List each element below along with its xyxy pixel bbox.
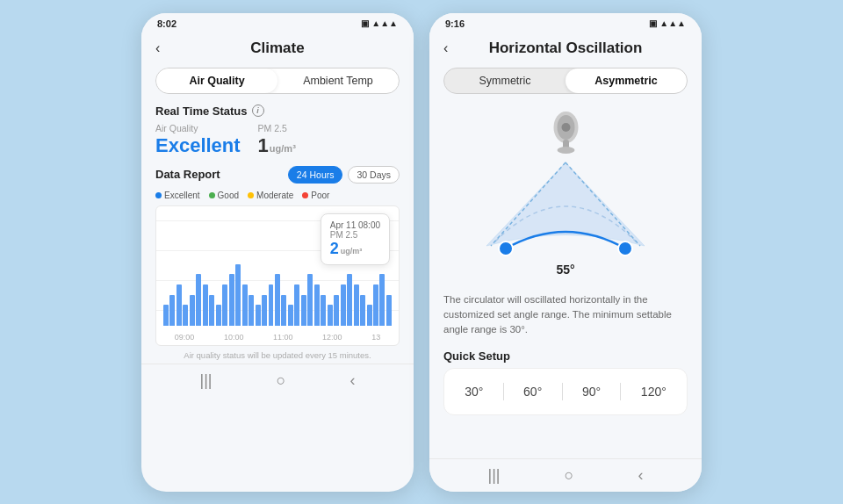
chart-bar bbox=[288, 305, 293, 325]
nav-home-icon-2[interactable]: ○ bbox=[565, 466, 574, 485]
legend-row: Excellent Good Moderate Poor bbox=[141, 187, 414, 204]
legend-poor: Poor bbox=[302, 191, 329, 200]
chart-bar bbox=[256, 305, 261, 325]
nav-back-icon[interactable]: ‹ bbox=[349, 371, 355, 390]
chart-bar bbox=[373, 284, 378, 326]
xaxis-3: 12:00 bbox=[322, 333, 342, 342]
legend-good: Good bbox=[209, 191, 239, 200]
chart-bar bbox=[360, 295, 365, 326]
chart-bar bbox=[242, 284, 248, 326]
nav-home-icon[interactable]: ○ bbox=[277, 371, 286, 390]
chart-bar bbox=[183, 305, 188, 325]
chart-bar bbox=[203, 284, 208, 326]
pm-metric: PM 2.5 1 ug/m³ bbox=[258, 123, 296, 157]
nav-bar-2: ‹ Horizontal Oscillation bbox=[429, 32, 702, 64]
tab-ambient-temp[interactable]: Ambient Temp bbox=[277, 68, 399, 93]
chart-bar bbox=[379, 274, 385, 325]
air-quality-value: Excellent bbox=[155, 134, 241, 157]
page-title-1: Climate bbox=[250, 40, 304, 57]
dot-poor bbox=[302, 192, 308, 198]
nav-menu-icon-2[interactable]: ||| bbox=[488, 466, 501, 485]
back-button-2[interactable]: ‹ bbox=[443, 40, 448, 56]
tooltip-unit: ug/m³ bbox=[341, 247, 363, 256]
phones-container: 8:02 ▣ ▲▲▲ ‹ Climate Air Quality Ambient… bbox=[0, 0, 843, 504]
quick-setup-title: Quick Setup bbox=[429, 344, 702, 368]
xaxis-2: 11:00 bbox=[273, 333, 293, 342]
chart-bar bbox=[334, 295, 339, 326]
dot-good bbox=[209, 192, 215, 198]
fan-sweep-area bbox=[469, 154, 662, 259]
battery-icon: ▣ bbox=[361, 18, 369, 28]
pm-value-container: 1 ug/m³ bbox=[258, 134, 296, 157]
chart-bar bbox=[209, 295, 214, 326]
btn-30d[interactable]: 30 Days bbox=[348, 166, 400, 184]
chart-bar bbox=[216, 305, 221, 325]
info-icon[interactable]: i bbox=[252, 104, 264, 117]
phone2: 9:16 ▣ ▲▲▲ ‹ Horizontal Oscillation Symm… bbox=[429, 13, 702, 492]
tab-air-quality[interactable]: Air Quality bbox=[156, 68, 277, 93]
pm-number: 1 bbox=[258, 134, 269, 157]
legend-excellent: Excellent bbox=[155, 191, 200, 200]
pm-sublabel: PM 2.5 bbox=[258, 123, 296, 133]
chart-bar bbox=[222, 284, 227, 326]
chart-bar bbox=[307, 274, 313, 325]
time-2: 9:16 bbox=[445, 18, 465, 29]
page-title-2: Horizontal Oscillation bbox=[489, 40, 643, 57]
svg-point-8 bbox=[618, 241, 632, 256]
pm-unit: ug/m³ bbox=[270, 143, 296, 154]
nav-menu-icon[interactable]: ||| bbox=[200, 371, 213, 390]
angle-label: 55° bbox=[556, 263, 574, 277]
label-moderate: Moderate bbox=[256, 191, 293, 200]
battery-icon-2: ▣ bbox=[649, 18, 657, 28]
chart-bar bbox=[347, 274, 352, 325]
chart-bar bbox=[328, 305, 333, 325]
status-bar-2: 9:16 ▣ ▲▲▲ bbox=[429, 13, 702, 32]
chart-bar bbox=[386, 295, 392, 326]
tab-row-2: Symmetric Asymmetric bbox=[443, 68, 688, 94]
data-report-title: Data Report bbox=[155, 168, 220, 181]
chart-area: Apr 11 08:00 PM 2.5 2 ug/m³ 09:00 10:00 … bbox=[155, 205, 400, 346]
legend-moderate: Moderate bbox=[248, 191, 293, 200]
signal-icon: ▲▲▲ bbox=[371, 18, 398, 28]
status-icons-2: ▣ ▲▲▲ bbox=[649, 18, 686, 28]
chart-bar bbox=[294, 284, 299, 326]
qs-divider-1 bbox=[503, 383, 504, 400]
chart-bar bbox=[196, 274, 201, 325]
air-quality-sublabel: Air Quality bbox=[155, 123, 241, 133]
report-buttons: 24 Hours 30 Days bbox=[288, 166, 400, 184]
chart-tooltip: Apr 11 08:00 PM 2.5 2 ug/m³ bbox=[321, 213, 390, 265]
qs-60[interactable]: 60° bbox=[516, 381, 549, 402]
tab-symmetric[interactable]: Symmetric bbox=[444, 68, 566, 93]
dot-moderate bbox=[248, 192, 254, 198]
label-poor: Poor bbox=[311, 191, 329, 200]
chart-bar bbox=[169, 295, 175, 326]
tooltip-number: 2 bbox=[330, 240, 339, 258]
nav-back-icon-2[interactable]: ‹ bbox=[638, 466, 643, 485]
status-icons-1: ▣ ▲▲▲ bbox=[361, 18, 398, 28]
air-quality-metric: Air Quality Excellent bbox=[155, 123, 241, 157]
chart-bar bbox=[163, 305, 169, 325]
xaxis-1: 10:00 bbox=[224, 333, 244, 342]
qs-30[interactable]: 30° bbox=[458, 381, 490, 402]
tab-asymmetric[interactable]: Asymmetric bbox=[566, 68, 687, 93]
label-excellent: Excellent bbox=[164, 191, 200, 200]
label-good: Good bbox=[218, 191, 239, 200]
chart-bar bbox=[281, 295, 286, 326]
bottom-nav-1: ||| ○ ‹ bbox=[141, 364, 414, 397]
chart-bar bbox=[269, 284, 274, 326]
tooltip-label: PM 2.5 bbox=[330, 230, 380, 240]
footnote: Air quality status will be updated every… bbox=[141, 346, 414, 364]
time-1: 8:02 bbox=[157, 18, 177, 29]
chart-bar bbox=[177, 284, 182, 326]
btn-24h[interactable]: 24 Hours bbox=[288, 166, 343, 184]
back-button-1[interactable]: ‹ bbox=[155, 40, 160, 56]
data-report-header: Data Report 24 Hours 30 Days bbox=[141, 157, 414, 187]
qs-120[interactable]: 120° bbox=[634, 381, 674, 402]
real-time-section: Real Time Status i bbox=[141, 101, 414, 119]
chart-bar bbox=[249, 295, 254, 326]
metrics-row: Air Quality Excellent PM 2.5 1 ug/m³ bbox=[141, 119, 414, 157]
svg-point-2 bbox=[561, 123, 570, 132]
qs-90[interactable]: 90° bbox=[575, 381, 608, 402]
nav-bar-1: ‹ Climate bbox=[141, 32, 414, 64]
chart-bar bbox=[275, 274, 280, 325]
